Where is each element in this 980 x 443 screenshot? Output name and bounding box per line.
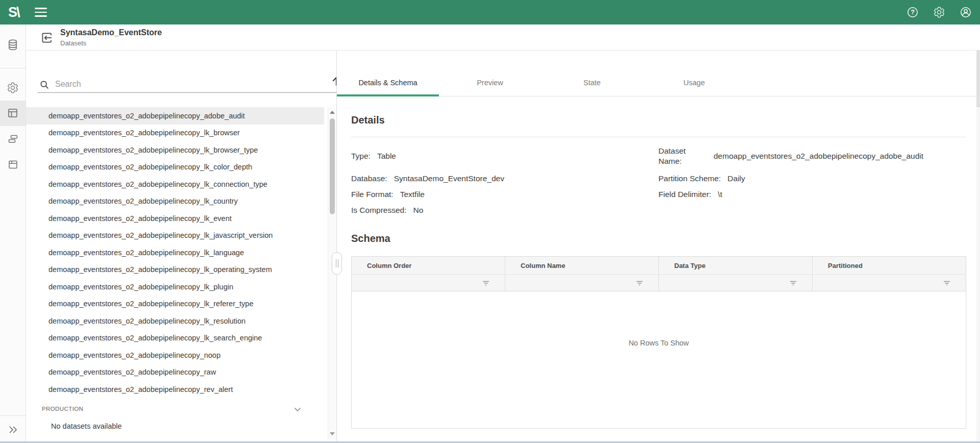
dataset-list-item[interactable]: demoapp_eventstores_o2_adobepipelinecopy…: [26, 278, 324, 296]
search-icon: [39, 79, 50, 90]
layers-icon: [7, 133, 19, 145]
database-icon: [6, 38, 19, 52]
schema-heading: Schema: [351, 233, 390, 244]
svg-text:?: ?: [911, 9, 915, 16]
app-logo: S\: [8, 0, 19, 24]
chevron-down-icon: [292, 404, 303, 415]
dataset-list-item[interactable]: demoapp_eventstores_o2_adobepipelinecopy…: [26, 227, 324, 244]
schema-table-body: No Rows To Show: [352, 291, 966, 428]
detail-field-field-delimiter: Field Delimiter: \t: [658, 186, 966, 202]
detail-field-type: Type: Table: [351, 145, 658, 167]
nav-datastores[interactable]: [0, 33, 26, 57]
schema-filter-row: [352, 274, 966, 291]
dataset-list-panel: demoapp_eventstores_o2_adobepipelinecopy…: [26, 50, 336, 443]
tab-details-schema[interactable]: Details & Schema: [337, 50, 439, 96]
detail-panel: Details & Schema Preview State Usage Det…: [337, 50, 980, 443]
dataset-list-item[interactable]: demoapp_eventstores_o2_adobepipelinecopy…: [26, 261, 324, 279]
help-icon: ?: [906, 6, 919, 18]
window-icon: [7, 158, 19, 171]
dataset-list-item[interactable]: demoapp_eventstores_o2_adobepipelinecopy…: [26, 381, 324, 398]
help-button[interactable]: ?: [906, 6, 919, 18]
scrollbar-up-button[interactable]: [330, 111, 335, 114]
schema-table: Column Order Column Name Data Type Parti…: [351, 256, 966, 429]
column-header-column-order[interactable]: Column Order: [352, 257, 505, 274]
tab-bar: Details & Schema Preview State Usage: [337, 50, 980, 96]
dataset-list-item[interactable]: demoapp_eventstores_o2_adobepipelinecopy…: [26, 330, 324, 347]
filter-button[interactable]: [789, 278, 798, 287]
column-header-data-type[interactable]: Data Type: [659, 257, 813, 274]
page-title: SyntasaDemo_EventStore: [60, 28, 162, 38]
dataset-list-item[interactable]: demoapp_eventstores_o2_adobepipelinecopy…: [26, 193, 324, 210]
details-divider: [351, 137, 966, 137]
filter-button[interactable]: [942, 278, 951, 287]
filter-icon: [942, 278, 951, 287]
dataset-list-item[interactable]: demoapp_eventstores_o2_adobepipelinecopy…: [26, 312, 324, 330]
panel-resize-handle[interactable]: [332, 252, 342, 275]
column-header-partitioned[interactable]: Partitioned: [813, 257, 966, 274]
detail-field-file-format: File Format: Textfile: [351, 186, 658, 202]
expand-rail-button[interactable]: [0, 415, 26, 443]
gear-icon: [7, 82, 19, 94]
menu-button[interactable]: [35, 8, 47, 17]
detail-field-partition-scheme: Partition Scheme: Daily: [658, 170, 966, 186]
user-icon: [960, 6, 972, 18]
schema-table-header: Column Order Column Name Data Type Parti…: [352, 257, 966, 274]
details-heading: Details: [351, 114, 385, 126]
nav-views[interactable]: [0, 152, 26, 177]
settings-button[interactable]: [933, 6, 945, 18]
filter-icon: [481, 278, 491, 287]
nav-rail: [0, 24, 26, 443]
dataset-list-item[interactable]: demoapp_eventstores_o2_adobepipelinecopy…: [26, 347, 324, 364]
scrollbar-thumb[interactable]: [330, 118, 335, 214]
detail-field-database: Database: SyntasaDemo_EventStore_dev: [351, 170, 658, 186]
search-input[interactable]: [54, 79, 354, 89]
dataset-list-item[interactable]: demoapp_eventstores_o2_adobepipelinecopy…: [26, 141, 324, 159]
dataset-list-item[interactable]: demoapp_eventstores_o2_adobepipelinecopy…: [26, 107, 324, 125]
detail-field-dataset-name: Dataset Name: demoapp_eventstores_o2_ado…: [658, 145, 966, 167]
dataset-list-item[interactable]: demoapp_eventstores_o2_adobepipelinecopy…: [26, 159, 324, 176]
dataset-list-item[interactable]: demoapp_eventstores_o2_adobepipelinecopy…: [26, 176, 324, 193]
double-chevron-right-icon: [6, 423, 20, 437]
nav-pipelines[interactable]: [0, 126, 26, 152]
account-button[interactable]: [960, 6, 972, 18]
topbar-actions: ?: [906, 0, 972, 24]
filter-button[interactable]: [481, 278, 491, 287]
filter-icon: [635, 278, 644, 287]
dataset-list-item[interactable]: demoapp_eventstores_o2_adobepipelinecopy…: [26, 210, 324, 227]
page-scrollbar-thumb[interactable]: [976, 50, 980, 107]
filter-button[interactable]: [635, 278, 644, 287]
search-bar: [37, 69, 354, 93]
menu-icon: [35, 8, 47, 9]
column-header-column-name[interactable]: Column Name: [505, 257, 659, 274]
production-section-header[interactable]: PRODUCTION: [42, 403, 328, 414]
breadcrumb-subtitle: Datasets: [60, 39, 162, 47]
empty-rows-message: No Rows To Show: [628, 339, 689, 347]
app-window: S\ ?: [0, 0, 980, 443]
dataset-list-item[interactable]: demoapp_eventstores_o2_adobepipelinecopy…: [26, 125, 324, 142]
dataset-list-item[interactable]: demoapp_eventstores_o2_adobepipelinecopy…: [26, 364, 324, 381]
scrollbar-down-button[interactable]: [330, 432, 335, 435]
table-icon: [6, 107, 19, 120]
production-empty-message: No datasets available: [51, 421, 122, 432]
tab-preview[interactable]: Preview: [439, 50, 541, 96]
tab-state[interactable]: State: [541, 50, 643, 96]
page-scrollbar[interactable]: [976, 50, 980, 441]
app-bar: S\ ?: [0, 0, 980, 24]
nav-processes[interactable]: [0, 75, 26, 101]
filter-icon: [789, 278, 798, 287]
back-icon: [39, 30, 55, 45]
gear-icon: [933, 6, 945, 18]
tab-usage[interactable]: Usage: [643, 50, 745, 96]
back-button[interactable]: [39, 30, 55, 45]
page-header: SyntasaDemo_EventStore Datasets: [26, 24, 980, 51]
production-section-label: PRODUCTION: [42, 406, 83, 412]
dataset-list: demoapp_eventstores_o2_adobepipelinecopy…: [26, 107, 324, 398]
dataset-list-item[interactable]: demoapp_eventstores_o2_adobepipelinecopy…: [26, 296, 324, 313]
details-grid: Type: Table Database: SyntasaDemo_EventS…: [351, 145, 966, 218]
detail-field-is-compressed: Is Compressed: No: [351, 202, 658, 218]
dataset-list-item[interactable]: demoapp_eventstores_o2_adobepipelinecopy…: [26, 244, 324, 261]
nav-datasets[interactable]: [0, 101, 26, 126]
